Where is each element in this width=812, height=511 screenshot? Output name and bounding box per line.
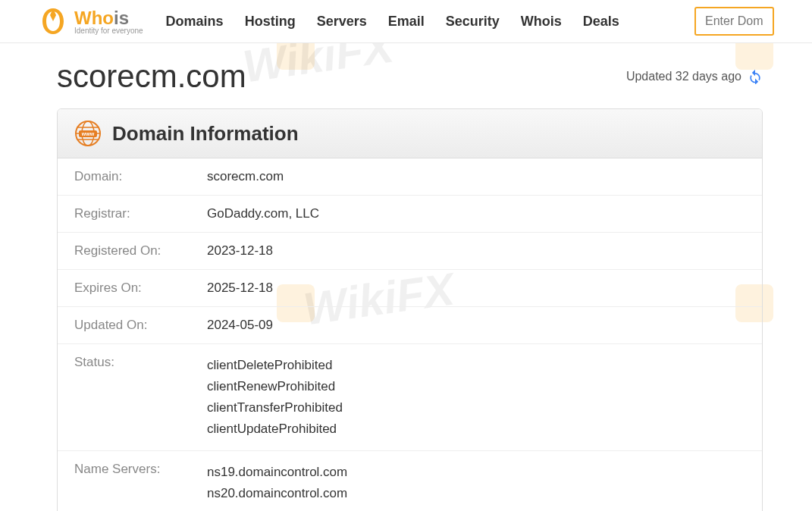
row-registrar: Registrar: GoDaddy.com, LLC [58,196,762,233]
nav-hosting[interactable]: Hosting [245,14,296,30]
expires-label: Expires On: [74,281,207,296]
panel-header: www Domain Information [58,109,762,158]
ns-label: Name Servers: [74,462,207,504]
title-row: scorecm.com Updated 32 days ago [57,58,763,95]
status-item: clientDeleteProhibited [207,355,343,376]
logo-text: Whois Identity for everyone [74,8,143,35]
updated-text: Updated 32 days ago [626,70,741,83]
status-value: clientDeleteProhibited clientRenewProhib… [207,355,343,440]
row-registered: Registered On: 2023-12-18 [58,233,762,270]
row-expires: Expires On: 2025-12-18 [58,270,762,307]
registered-label: Registered On: [74,243,207,259]
ns-item: ns20.domaincontrol.com [207,483,347,504]
status-item: clientRenewProhibited [207,376,343,397]
updated-value: 2024-05-09 [207,318,273,333]
updated-info: Updated 32 days ago [626,69,763,84]
www-icon: www [74,120,102,147]
nav-deals[interactable]: Deals [583,14,619,30]
nav-security[interactable]: Security [446,14,500,30]
expires-value: 2025-12-18 [207,281,273,296]
search-input[interactable] [694,7,774,36]
svg-text:www: www [81,131,95,136]
registrar-label: Registrar: [74,206,207,221]
domain-info-panel: www Domain Information Domain: scorecm.c… [57,108,763,511]
registrar-value: GoDaddy.com, LLC [207,206,319,221]
status-label: Status: [74,355,207,440]
panel-title: Domain Information [112,122,299,146]
row-nameservers: Name Servers: ns19.domaincontrol.com ns2… [58,451,762,511]
row-domain: Domain: scorecm.com [58,158,762,196]
ns-value: ns19.domaincontrol.com ns20.domaincontro… [207,462,347,504]
ns-item: ns19.domaincontrol.com [207,462,347,483]
header: Whois Identity for everyone Domains Host… [0,0,812,43]
domain-title: scorecm.com [57,58,246,95]
logo[interactable]: Whois Identity for everyone [38,6,143,36]
nav: Domains Hosting Servers Email Security W… [166,14,619,30]
nav-domains[interactable]: Domains [166,14,224,30]
domain-label: Domain: [74,169,207,184]
logo-tagline: Identity for everyone [74,27,143,35]
nav-servers[interactable]: Servers [317,14,367,30]
registered-value: 2023-12-18 [207,243,273,259]
content: scorecm.com Updated 32 days ago www Doma… [0,43,812,511]
status-item: clientTransferProhibited [207,397,343,419]
nav-email[interactable]: Email [388,14,425,30]
row-updated: Updated On: 2024-05-09 [58,307,762,344]
refresh-icon[interactable] [748,69,763,84]
nav-whois[interactable]: Whois [521,14,562,30]
logo-wordmark: Whois [74,8,143,29]
domain-value: scorecm.com [207,169,284,184]
status-item: clientUpdateProhibited [207,419,343,440]
logo-icon [38,6,68,36]
updated-label: Updated On: [74,318,207,333]
row-status: Status: clientDeleteProhibited clientRen… [58,344,762,451]
